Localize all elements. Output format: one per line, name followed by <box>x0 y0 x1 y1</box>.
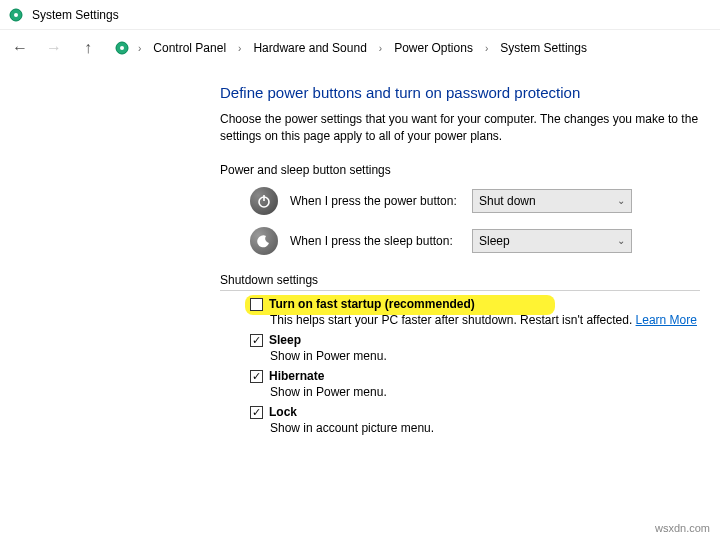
svg-point-1 <box>14 13 18 17</box>
fast-startup-label: Turn on fast startup (recommended) <box>269 297 475 311</box>
power-button-row: When I press the power button: Shut down… <box>250 187 720 215</box>
chevron-right-icon: › <box>134 43 145 54</box>
chevron-right-icon: › <box>481 43 492 54</box>
titlebar: System Settings <box>0 0 720 30</box>
lock-desc: Show in account picture menu. <box>270 421 720 435</box>
window-title: System Settings <box>32 8 119 22</box>
power-options-icon <box>8 7 24 23</box>
dropdown-value: Sleep <box>479 234 510 248</box>
lock-item: ✓ Lock <box>250 405 720 419</box>
fast-startup-desc: This helps start your PC faster after sh… <box>270 313 720 327</box>
page-title: Define power buttons and turn on passwor… <box>220 84 720 101</box>
breadcrumb-item[interactable]: System Settings <box>496 39 591 57</box>
dropdown-value: Shut down <box>479 194 536 208</box>
sleep-button-label: When I press the sleep button: <box>290 234 460 248</box>
breadcrumb-item[interactable]: Power Options <box>390 39 477 57</box>
svg-point-3 <box>120 46 124 50</box>
fast-startup-checkbox[interactable] <box>250 298 263 311</box>
fast-startup-item: Turn on fast startup (recommended) <box>250 297 720 311</box>
forward-button[interactable]: → <box>42 36 66 60</box>
power-button-label: When I press the power button: <box>290 194 460 208</box>
power-sleep-heading: Power and sleep button settings <box>220 163 720 177</box>
sleep-icon <box>250 227 278 255</box>
hibernate-desc: Show in Power menu. <box>270 385 720 399</box>
hibernate-item: ✓ Hibernate <box>250 369 720 383</box>
breadcrumb-item[interactable]: Control Panel <box>149 39 230 57</box>
shutdown-settings-list: Turn on fast startup (recommended) This … <box>220 297 720 435</box>
lock-label: Lock <box>269 405 297 419</box>
back-button[interactable]: ← <box>8 36 32 60</box>
navbar: ← → ↑ › Control Panel › Hardware and Sou… <box>0 30 720 66</box>
chevron-right-icon: › <box>234 43 245 54</box>
sleep-item: ✓ Sleep <box>250 333 720 347</box>
sleep-button-row: When I press the sleep button: Sleep ⌄ <box>250 227 720 255</box>
breadcrumb[interactable]: › Control Panel › Hardware and Sound › P… <box>110 36 712 60</box>
up-button[interactable]: ↑ <box>76 36 100 60</box>
chevron-down-icon: ⌄ <box>617 195 625 206</box>
power-icon <box>250 187 278 215</box>
power-options-icon <box>114 40 130 56</box>
hibernate-label: Hibernate <box>269 369 324 383</box>
lock-checkbox[interactable]: ✓ <box>250 406 263 419</box>
page-description: Choose the power settings that you want … <box>220 111 720 145</box>
sleep-label: Sleep <box>269 333 301 347</box>
breadcrumb-item[interactable]: Hardware and Sound <box>249 39 370 57</box>
power-button-dropdown[interactable]: Shut down ⌄ <box>472 189 632 213</box>
content-pane: Define power buttons and turn on passwor… <box>0 66 720 435</box>
shutdown-heading: Shutdown settings <box>220 273 700 291</box>
watermark: wsxdn.com <box>655 522 710 534</box>
sleep-checkbox[interactable]: ✓ <box>250 334 263 347</box>
sleep-desc: Show in Power menu. <box>270 349 720 363</box>
chevron-right-icon: › <box>375 43 386 54</box>
hibernate-checkbox[interactable]: ✓ <box>250 370 263 383</box>
chevron-down-icon: ⌄ <box>617 235 625 246</box>
learn-more-link[interactable]: Learn More <box>636 313 697 327</box>
sleep-button-dropdown[interactable]: Sleep ⌄ <box>472 229 632 253</box>
